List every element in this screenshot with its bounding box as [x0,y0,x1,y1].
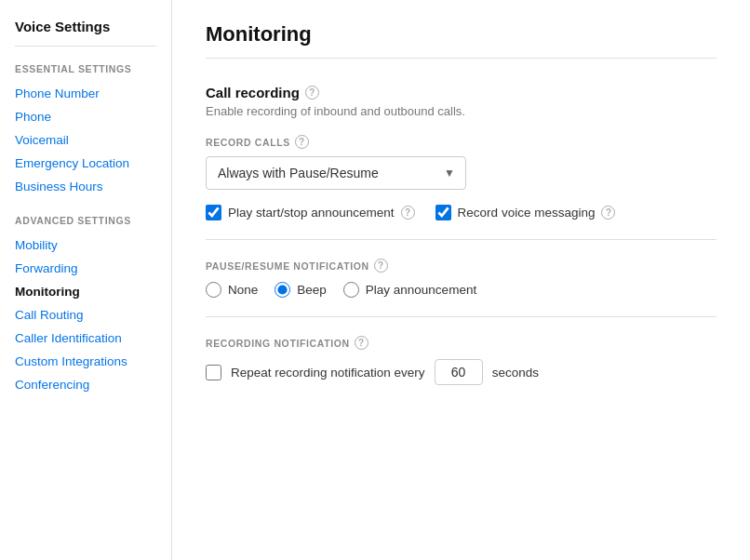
repeat-seconds-input[interactable] [435,359,483,385]
record-calls-label: Record Calls ? [206,135,717,149]
pause-resume-radio-row: None Beep Play announcement [206,282,717,298]
divider-2 [206,316,717,317]
record-voice-help-icon[interactable]: ? [601,206,615,220]
recording-notification-help-icon[interactable]: ? [355,336,368,350]
record-voice-checkbox-item[interactable]: Record voice messaging ? [435,205,616,220]
play-announcement-checkbox-item[interactable]: Play start/stop announcement ? [206,205,415,220]
record-calls-select-wrap: Always with Pause/Resume Always On Deman… [206,156,466,190]
radio-play-announcement[interactable]: Play announcement [343,282,476,298]
pause-resume-label: Pause/Resume Notification ? [206,259,717,273]
sidebar-item-call-routing[interactable]: Call Routing [15,303,156,327]
play-announcement-help-icon[interactable]: ? [401,206,415,220]
sidebar-item-emergency-location[interactable]: Emergency Location [15,152,156,175]
radio-beep-label: Beep [297,283,327,297]
sidebar-item-voicemail[interactable]: Voicemail [15,128,156,152]
radio-none-label: None [228,283,258,297]
sidebar-item-custom-integrations[interactable]: Custom Integrations [15,350,156,373]
radio-beep[interactable]: Beep [275,282,327,298]
call-recording-description: Enable recording of inbound and outbound… [206,104,717,118]
recording-notification-label: Recording Notification ? [206,336,717,350]
play-announcement-checkbox[interactable] [206,205,221,220]
pause-resume-help-icon[interactable]: ? [374,259,388,273]
radio-beep-input[interactable] [275,282,290,298]
repeat-label: Repeat recording notification every [231,366,425,380]
advanced-settings-label: Advanced Settings [15,215,156,226]
record-calls-help-icon[interactable]: ? [295,135,309,149]
page-title: Monitoring [206,22,717,59]
record-voice-checkbox[interactable] [435,205,451,220]
call-recording-section: Call recording ? Enable recording of inb… [206,85,717,385]
essential-settings-label: Essential Settings [15,63,156,74]
play-announcement-label: Play start/stop announcement [228,206,395,220]
repeat-notification-checkbox[interactable] [206,365,221,380]
call-recording-help-icon[interactable]: ? [305,86,319,100]
call-recording-title: Call recording [206,85,300,100]
record-calls-select[interactable]: Always with Pause/Resume Always On Deman… [206,156,466,190]
sidebar: Voice Settings Essential Settings Phone … [0,0,172,560]
sidebar-item-phone-number[interactable]: Phone Number [15,82,156,105]
checkboxes-row: Play start/stop announcement ? Record vo… [206,205,717,220]
radio-none-input[interactable] [206,282,221,298]
sidebar-item-caller-id[interactable]: Caller Identification [15,327,156,350]
sidebar-item-mobility[interactable]: Mobility [15,233,156,257]
sidebar-item-business-hours[interactable]: Business Hours [15,175,156,198]
call-recording-heading: Call recording ? [206,85,717,100]
divider-1 [206,239,717,240]
sidebar-item-phone[interactable]: Phone [15,105,156,128]
record-voice-label: Record voice messaging [458,206,596,220]
main-content: Monitoring Call recording ? Enable recor… [172,0,750,560]
recording-notification-row: Repeat recording notification every seco… [206,359,717,385]
radio-play-announcement-input[interactable] [343,282,359,298]
seconds-label: seconds [492,366,539,380]
sidebar-item-conferencing[interactable]: Conferencing [15,373,156,396]
radio-play-announcement-label: Play announcement [366,283,476,297]
sidebar-item-forwarding[interactable]: Forwarding [15,257,156,280]
radio-none[interactable]: None [206,282,258,298]
sidebar-item-monitoring[interactable]: Monitoring [15,280,156,303]
sidebar-title: Voice Settings [15,19,156,47]
